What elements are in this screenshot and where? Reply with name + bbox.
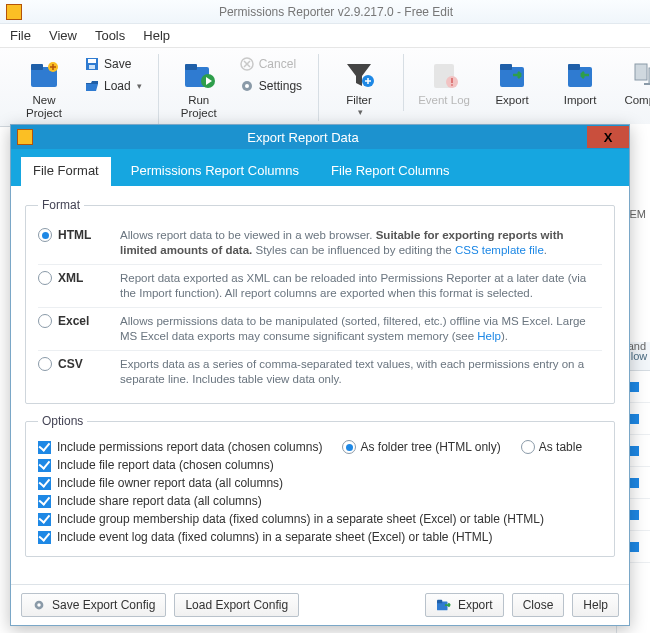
svg-rect-17 — [500, 64, 512, 70]
format-option-html[interactable]: HTML Allows report data to be viewed in … — [38, 222, 602, 265]
export-button[interactable]: Export — [425, 593, 504, 617]
svg-point-15 — [451, 84, 453, 86]
option-as-table[interactable]: As table — [521, 440, 582, 454]
radio-folder-tree[interactable] — [342, 440, 356, 454]
option-include-permissions[interactable]: Include permissions report data (chosen … — [38, 438, 602, 456]
gear-icon — [239, 78, 255, 94]
svg-rect-19 — [568, 64, 580, 70]
format-option-xml[interactable]: XML Report data exported as XML can be r… — [38, 265, 602, 308]
checkbox-icon[interactable] — [38, 513, 51, 526]
dialog-footer: Save Export Config Load Export Config Ex… — [11, 584, 629, 625]
radio-as-table[interactable] — [521, 440, 535, 454]
clipboard-alert-icon — [426, 58, 462, 92]
options-legend: Options — [38, 414, 87, 428]
options-fieldset: Options Include permissions report data … — [25, 414, 615, 557]
event-log-button: Event Log — [412, 54, 476, 111]
format-xml-description: Report data exported as XML can be reloa… — [120, 271, 602, 301]
svg-point-23 — [37, 603, 41, 607]
close-dialog-button[interactable]: Close — [512, 593, 565, 617]
svg-rect-7 — [185, 64, 197, 70]
cancel-button: Cancel — [235, 54, 306, 74]
dialog-titlebar: Export Report Data X — [11, 125, 629, 149]
chevron-down-icon: ▾ — [358, 107, 363, 117]
save-button[interactable]: Save — [80, 54, 146, 74]
format-option-excel[interactable]: Excel Allows permissions data to be mani… — [38, 308, 602, 351]
option-include-file-owner[interactable]: Include file owner report data (all colu… — [38, 474, 602, 492]
cancel-icon — [239, 56, 255, 72]
help-button[interactable]: Help — [572, 593, 619, 617]
option-include-file-report[interactable]: Include file report data (chosen columns… — [38, 456, 602, 474]
new-project-button[interactable]: New Project — [12, 54, 76, 124]
gear-icon — [32, 598, 46, 612]
checkbox-icon[interactable] — [38, 441, 51, 454]
format-excel-description: Allows permissions data to be manipulate… — [120, 314, 602, 344]
checkbox-icon[interactable] — [38, 477, 51, 490]
format-fieldset: Format HTML Allows report data to be vie… — [25, 198, 615, 404]
load-export-config-button[interactable]: Load Export Config — [174, 593, 299, 617]
checkbox-icon[interactable] — [38, 459, 51, 472]
folder-export-icon — [436, 598, 452, 612]
checkbox-icon[interactable] — [38, 531, 51, 544]
option-as-folder-tree[interactable]: As folder tree (HTML only) — [342, 440, 500, 454]
menu-file[interactable]: File — [10, 28, 31, 43]
format-html-description: Allows report data to be viewed in a web… — [120, 228, 602, 258]
menu-tools[interactable]: Tools — [95, 28, 125, 43]
save-icon — [84, 56, 100, 72]
load-button[interactable]: Load ▾ — [80, 76, 146, 96]
close-button[interactable]: X — [587, 126, 629, 148]
svg-rect-25 — [437, 600, 442, 604]
radio-html[interactable] — [38, 228, 52, 242]
app-icon — [6, 4, 22, 20]
folder-open-icon — [84, 78, 100, 94]
main-window-titlebar: Permissions Reporter v2.9.217.0 - Free E… — [0, 0, 650, 24]
dialog-title: Export Report Data — [19, 130, 587, 145]
chevron-down-icon: ▾ — [137, 81, 142, 91]
compare-button[interactable]: Compare — [616, 54, 650, 111]
excel-help-link[interactable]: Help — [477, 330, 501, 342]
svg-rect-1 — [31, 64, 43, 70]
radio-csv[interactable] — [38, 357, 52, 371]
folder-export-icon — [494, 58, 530, 92]
option-include-share-report[interactable]: Include share report data (all columns) — [38, 492, 602, 510]
svg-point-11 — [245, 84, 249, 88]
svg-rect-5 — [89, 65, 95, 69]
format-csv-description: Exports data as a series of comma-separa… — [120, 357, 602, 387]
compare-icon — [630, 58, 650, 92]
dialog-tabs: File Format Permissions Report Columns F… — [11, 149, 629, 186]
tab-file-format[interactable]: File Format — [21, 157, 111, 186]
format-option-csv[interactable]: CSV Exports data as a series of comma-se… — [38, 351, 602, 393]
option-include-group-membership[interactable]: Include group membership data (fixed col… — [38, 510, 602, 528]
ribbon-toolbar: New Project Save Load ▾ Run Project — [0, 48, 650, 127]
settings-button[interactable]: Settings — [235, 76, 306, 96]
option-include-event-log[interactable]: Include event log data (fixed columns) i… — [38, 528, 602, 546]
run-project-button[interactable]: Run Project — [167, 54, 231, 124]
svg-rect-20 — [635, 64, 647, 80]
import-button[interactable]: Import — [548, 54, 612, 111]
css-template-link[interactable]: CSS template file — [455, 244, 544, 256]
export-report-dialog: Export Report Data X File Format Permiss… — [10, 124, 630, 626]
svg-rect-4 — [88, 59, 96, 63]
tab-file-columns[interactable]: File Report Columns — [319, 157, 462, 186]
menu-view[interactable]: View — [49, 28, 77, 43]
tab-permissions-columns[interactable]: Permissions Report Columns — [119, 157, 311, 186]
menu-bar: File View Tools Help — [0, 24, 650, 48]
folder-import-icon — [562, 58, 598, 92]
save-export-config-button[interactable]: Save Export Config — [21, 593, 166, 617]
radio-excel[interactable] — [38, 314, 52, 328]
window-title: Permissions Reporter v2.9.217.0 - Free E… — [28, 5, 644, 19]
funnel-icon — [341, 58, 377, 92]
folder-new-icon — [26, 58, 62, 92]
folder-play-icon — [181, 58, 217, 92]
menu-help[interactable]: Help — [143, 28, 170, 43]
dialog-body: Format HTML Allows report data to be vie… — [11, 186, 629, 584]
export-button-ribbon[interactable]: Export — [480, 54, 544, 111]
filter-button[interactable]: Filter ▾ — [327, 54, 391, 121]
fragment-text-em: EM — [630, 208, 647, 220]
format-legend: Format — [38, 198, 84, 212]
checkbox-icon[interactable] — [38, 495, 51, 508]
radio-xml[interactable] — [38, 271, 52, 285]
